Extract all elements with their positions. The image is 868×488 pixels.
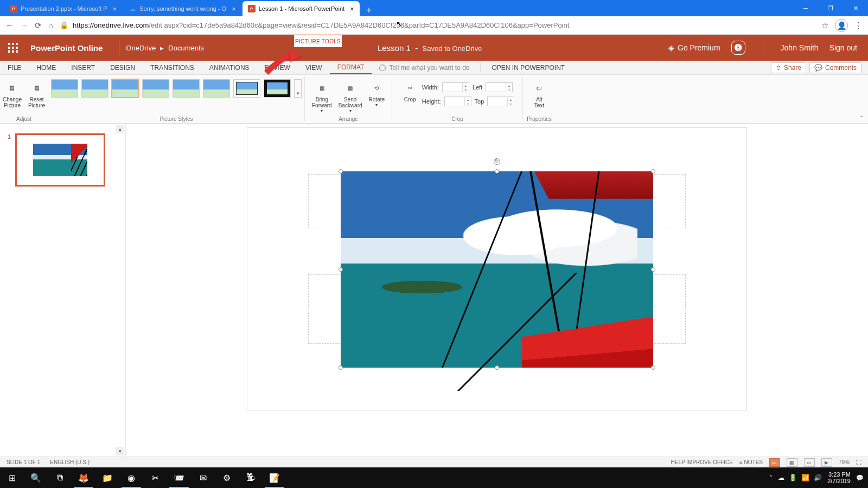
alt-text-button[interactable]: 🏷Alt Text — [529, 79, 549, 110]
taskbar-7zip[interactable]: 🗜 — [239, 467, 263, 488]
window-minimize-button[interactable]: ─ — [793, 0, 818, 16]
wifi-tray-icon[interactable]: 📶 — [801, 474, 809, 481]
document-title[interactable]: Lesson 1 - Saved to OneDrive — [378, 43, 482, 53]
resize-handle[interactable] — [339, 169, 343, 174]
close-icon[interactable]: × — [232, 5, 236, 13]
browser-menu-button[interactable]: ⋮ — [854, 21, 863, 30]
crop-width-input[interactable]: ▴▾ — [442, 82, 469, 92]
window-maximize-button[interactable]: ❐ — [818, 0, 843, 16]
crop-left-input[interactable]: ▴▾ — [486, 82, 513, 92]
crop-top-input[interactable]: ▴▾ — [487, 97, 514, 106]
resize-handle[interactable] — [651, 169, 655, 174]
send-backward-button[interactable]: ▦Send Backward▾ — [336, 79, 365, 114]
picture-style-option[interactable] — [173, 79, 200, 98]
slide-sorter-view-button[interactable]: ▦ — [787, 458, 797, 467]
browser-tab[interactable]: ☁ Sorry, something went wrong - O × — [123, 1, 241, 16]
resize-handle[interactable] — [651, 267, 655, 272]
open-in-desktop-button[interactable]: OPEN IN POWERPOINT — [484, 61, 572, 74]
nav-forward-button[interactable]: → — [20, 21, 28, 30]
user-name[interactable]: John Smith — [781, 43, 819, 52]
taskbar-chrome[interactable]: ◉ — [119, 467, 143, 488]
go-premium-button[interactable]: ◈Go Premium — [668, 43, 720, 52]
taskbar-mail[interactable]: ✉ — [191, 467, 215, 488]
breadcrumb-item[interactable]: OneDrive — [126, 44, 156, 52]
scroll-down-button[interactable]: ▾ — [116, 447, 124, 455]
rotate-button[interactable]: ⟲Rotate▾ — [367, 79, 387, 108]
ribbon-tab-insert[interactable]: INSERT — [63, 61, 103, 74]
resize-handle[interactable] — [651, 365, 655, 370]
slide[interactable] — [247, 128, 746, 410]
taskbar-word[interactable]: 📝 — [263, 467, 286, 488]
taskbar-settings[interactable]: ⚙ — [215, 467, 239, 488]
collapse-ribbon-button[interactable]: ⌃ — [859, 115, 864, 121]
window-close-button[interactable]: ✕ — [843, 0, 868, 16]
app-launcher-button[interactable] — [0, 35, 26, 61]
ribbon-tab-view[interactable]: VIEW — [298, 61, 330, 74]
task-view-button[interactable]: ⧉ — [48, 467, 72, 488]
taskbar-outlook[interactable]: 📨 — [167, 467, 191, 488]
selected-picture[interactable] — [341, 171, 653, 368]
taskbar-file-explorer[interactable]: 📁 — [95, 467, 119, 488]
crop-button[interactable]: ✂Crop — [400, 79, 420, 104]
notifications-button[interactable]: 💬 — [856, 474, 864, 481]
ribbon-tab-transitions[interactable]: TRANSITIONS — [143, 61, 202, 74]
resize-handle[interactable] — [495, 365, 499, 370]
ribbon-tab-home[interactable]: HOME — [29, 61, 63, 74]
bookmark-star-icon[interactable]: ☆ — [821, 21, 828, 30]
profile-avatar-button[interactable]: 👤 — [835, 19, 848, 32]
reading-view-button[interactable]: ▭ — [804, 458, 815, 467]
ribbon-tab-file[interactable]: FILE — [0, 61, 29, 74]
ribbon-tab-review[interactable]: REVIEW — [257, 61, 298, 74]
battery-tray-icon[interactable]: 🔋 — [789, 474, 797, 481]
language-indicator[interactable]: ENGLISH (U.S.) — [50, 459, 90, 465]
zoom-level[interactable]: 79% — [839, 459, 850, 465]
normal-view-button[interactable]: ▭ — [769, 458, 780, 467]
reset-picture-button[interactable]: 🖼Reset Picture — [26, 79, 47, 110]
onedrive-tray-icon[interactable]: ☁ — [778, 474, 784, 481]
help-improve-link[interactable]: HELP IMPROVE OFFICE — [671, 459, 733, 465]
browser-tab[interactable]: P Presentation 2.pptx - Microsoft P × — [4, 1, 122, 16]
nav-back-button[interactable]: ← — [5, 21, 14, 30]
url-field[interactable]: 🔒 https://onedrive.live.com/edit.aspx?ci… — [60, 21, 809, 29]
nav-home-button[interactable]: ⌂ — [48, 21, 53, 30]
picture-style-option[interactable] — [203, 79, 230, 98]
resize-handle[interactable] — [339, 267, 343, 272]
sign-out-link[interactable]: Sign out — [829, 43, 857, 52]
taskbar-snip[interactable]: ✂ — [143, 467, 167, 488]
fit-to-window-button[interactable]: ⛶ — [856, 459, 861, 465]
picture-style-option[interactable] — [233, 79, 260, 98]
change-picture-button[interactable]: 🖼Change Picture — [1, 79, 24, 110]
taskbar-clock[interactable]: 3:23 PM 2/7/2019 — [827, 471, 851, 484]
close-icon[interactable]: × — [350, 5, 354, 13]
notes-button[interactable]: ≡ NOTES — [739, 459, 763, 465]
resize-handle[interactable] — [339, 365, 343, 370]
picture-styles-more-button[interactable]: ▾ — [294, 79, 302, 98]
picture-style-option[interactable] — [81, 79, 108, 98]
picture-style-option[interactable] — [112, 79, 139, 98]
ribbon-tab-animations[interactable]: ANIMATIONS — [202, 61, 257, 74]
ribbon-tab-design[interactable]: DESIGN — [103, 61, 143, 74]
close-icon[interactable]: × — [113, 5, 117, 13]
crop-height-input[interactable]: ▴▾ — [444, 97, 471, 106]
tray-expand-icon[interactable]: ˄ — [769, 474, 773, 481]
volume-tray-icon[interactable]: 🔊 — [814, 474, 822, 481]
rotation-handle[interactable] — [494, 158, 500, 165]
slide-thumbnail[interactable]: 1 — [0, 124, 125, 196]
bring-forward-button[interactable]: ▦Bring Forward▾ — [310, 79, 334, 114]
comments-button[interactable]: 💬Comments — [809, 62, 861, 73]
browser-tab-active[interactable]: P Lesson 1 - Microsoft PowerPoint × — [242, 1, 360, 16]
skype-button[interactable]: 🅢 — [731, 41, 745, 55]
taskbar-firefox[interactable]: 🦊 — [72, 467, 95, 488]
picture-style-option[interactable] — [51, 79, 78, 98]
ribbon-tab-format[interactable]: FORMAT — [330, 61, 372, 74]
nav-reload-button[interactable]: ⟳ — [35, 21, 42, 30]
tell-me-search[interactable]: Tell me what you want to do — [372, 61, 477, 74]
scroll-up-button[interactable]: ▴ — [116, 125, 124, 133]
resize-handle[interactable] — [495, 169, 499, 174]
slideshow-view-button[interactable]: ▶ — [821, 458, 832, 467]
picture-style-option[interactable] — [264, 79, 291, 98]
share-button[interactable]: ⇪Share — [771, 62, 806, 73]
start-button[interactable]: ⊞ — [0, 467, 24, 488]
search-button[interactable]: 🔍 — [24, 467, 48, 488]
breadcrumb-item[interactable]: Documents — [168, 44, 204, 52]
